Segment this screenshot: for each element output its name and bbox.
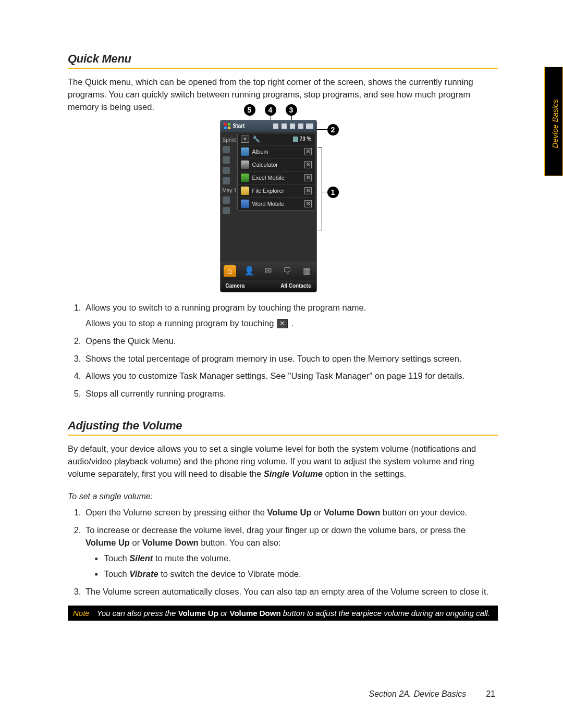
side-tab-label: Device Basics [550, 96, 559, 152]
legend-1b-pre: Allows you to stop a running program by … [85, 318, 276, 328]
note-box: Note You can also press the Volume Up or… [68, 606, 498, 621]
vol-intro-bold: Single Volume [264, 469, 323, 478]
close-calculator-button[interactable]: ✕ [304, 161, 312, 168]
legend-item-5: Stops all currently running programs. [83, 388, 498, 400]
callout-3: 3 [286, 104, 297, 116]
home-tab-icon: ⌂ [224, 265, 236, 277]
qm-label: File Explorer [252, 188, 285, 194]
close-album-button[interactable]: ✕ [304, 148, 312, 155]
memory-value: 73 % [300, 136, 312, 142]
speaker-icon [290, 124, 295, 129]
close-explorer-button[interactable]: ✕ [304, 187, 312, 194]
clock-icon [223, 146, 230, 153]
volume-intro: By default, your device allows you to se… [68, 443, 498, 480]
mail-tab-icon: ✉ [262, 265, 274, 277]
mail-icon [223, 167, 230, 174]
legend-item-2: Opens the Quick Menu. [83, 335, 498, 348]
quick-menu-legend: Allows you to switch to a running progra… [68, 302, 498, 401]
start-label: Start [233, 123, 245, 129]
softkey-right: All Contacts [280, 283, 311, 289]
quickmenu-open-icon [306, 124, 313, 129]
people-tab-icon: 👤 [243, 265, 255, 277]
soft-key-bar: Camera All Contacts [221, 280, 316, 292]
legend-item-3: Shows the total percentage of program me… [83, 353, 498, 365]
footer-section: Section 2A. Device Basics [369, 689, 466, 699]
legend-item-4: Allows you to customize Task Manager set… [83, 370, 498, 382]
calendar-icon [223, 207, 230, 214]
heading-quick-menu: Quick Menu [68, 52, 498, 69]
signal-icon [282, 124, 287, 129]
svg-rect-3 [228, 127, 230, 129]
lead-2 [316, 129, 328, 130]
calculator-icon [241, 161, 249, 169]
battery-icon [298, 124, 303, 129]
file-explorer-icon [241, 187, 249, 195]
legend-1b-post: . [291, 318, 294, 328]
settings-wrench-icon[interactable]: 🔧 [252, 135, 260, 143]
heading-adjusting-volume: Adjusting the Volume [68, 419, 498, 436]
qm-row-excel[interactable]: Excel Mobile ✕ [238, 171, 315, 184]
vol-bullet-silent: Touch Silent to mute the volume. [95, 552, 498, 565]
memory-icon [293, 137, 298, 142]
carrier-label: Sprint [223, 137, 236, 143]
home-tabs: ⌂ 👤 ✉ 🗨 ▦ [221, 262, 316, 280]
memory-indicator[interactable]: 73 % [293, 136, 312, 142]
weather-icon [223, 156, 230, 164]
qm-row-word[interactable]: Word Mobile ✕ [238, 198, 315, 210]
qm-label: Album [252, 149, 268, 155]
softkey-left: Camera [226, 283, 245, 289]
note-body: You can also press the Volume Up or Volu… [97, 609, 490, 618]
close-all-button[interactable]: ✕ [241, 135, 249, 143]
note-label: Note [73, 609, 90, 618]
more-tab-icon: ▦ [300, 265, 313, 277]
album-icon [241, 147, 249, 156]
callout-5: 5 [244, 104, 255, 116]
lead-1 [322, 192, 328, 193]
close-excel-button[interactable]: ✕ [304, 174, 312, 181]
footer-page-number: 21 [486, 689, 495, 699]
qm-label: Excel Mobile [252, 175, 285, 181]
bracket-1 [318, 147, 322, 230]
status-icon [273, 124, 278, 129]
word-icon [241, 200, 249, 208]
status-bar: Start [221, 120, 316, 132]
qm-row-explorer[interactable]: File Explorer ✕ [238, 184, 315, 198]
qm-label: Word Mobile [252, 201, 285, 207]
chat-tab-icon: 🗨 [281, 265, 293, 277]
qm-label: Calculator [252, 162, 278, 168]
vol-intro-post: option in the settings. [323, 469, 407, 478]
qm-row-calculator[interactable]: Calculator ✕ [238, 158, 315, 171]
vol-bullet-vibrate: Touch Vibrate to switch the device to Vi… [95, 568, 498, 581]
close-word-button[interactable]: ✕ [304, 200, 312, 207]
legend-1a: Allows you to switch to a running progra… [85, 303, 366, 312]
svg-rect-1 [228, 123, 230, 126]
phone-screenshot: Start Sprint May 1 [220, 120, 317, 292]
date-label: May 1 [223, 188, 237, 193]
quick-menu-panel: ✕ 🔧 73 % Album ✕ Calculator [237, 133, 315, 211]
quick-menu-figure: 5 4 3 2 1 Start [68, 120, 498, 292]
excel-icon [241, 174, 249, 182]
vol-step-2-bullets: Touch Silent to mute the volume. Touch V… [85, 552, 498, 581]
page-content: Quick Menu The Quick menu, which can be … [68, 52, 498, 621]
vol-step-3: The Volume screen automatically closes. … [83, 586, 498, 598]
callout-2: 2 [327, 124, 339, 135]
quick-menu-intro: The Quick menu, which can be opened from… [68, 76, 498, 114]
inline-close-icon: ✕ [277, 319, 288, 328]
vol-step-1: Open the Volume screen by pressing eithe… [83, 507, 498, 519]
quick-menu-header: ✕ 🔧 73 % [238, 133, 315, 145]
callout-1: 1 [327, 187, 339, 198]
svg-rect-0 [224, 123, 227, 126]
volume-steps: Open the Volume screen by pressing eithe… [68, 507, 498, 598]
legend-item-1: Allows you to switch to a running progra… [83, 302, 498, 330]
bell-icon [223, 177, 230, 184]
start-flag-icon [224, 122, 231, 130]
subhead-single-volume: To set a single volume: [68, 492, 498, 501]
svg-rect-2 [224, 127, 227, 129]
callout-4: 4 [265, 104, 276, 116]
page-footer: Section 2A. Device Basics 21 [369, 689, 495, 699]
qm-row-album[interactable]: Album ✕ [238, 145, 315, 158]
side-tab: Device Basics [544, 67, 563, 176]
vol-step-2: To increase or decrease the volume level… [83, 524, 498, 581]
phone-icon [223, 196, 230, 204]
